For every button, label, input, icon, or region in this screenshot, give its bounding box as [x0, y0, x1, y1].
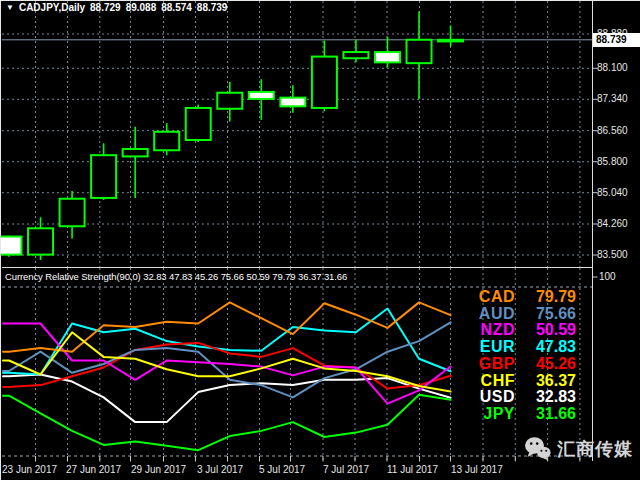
chart-dropdown-icon[interactable]: ▼: [6, 3, 14, 13]
watermark: 汇商传媒: [524, 436, 633, 461]
time-axis-label: 13 Jul 2017: [451, 464, 503, 476]
legend-row-NZD: NZD50.59: [472, 322, 576, 337]
time-axis-label: 3 Jul 2017: [197, 464, 243, 476]
price-axis-label: 88.100: [597, 62, 628, 74]
legend-currency-value: 47.83: [515, 339, 576, 354]
legend-currency-value: 36.37: [515, 373, 576, 388]
candle-body-bear: [249, 92, 274, 99]
candle-body-bull: [217, 93, 242, 109]
current-price-value: 88.739: [596, 34, 627, 45]
candle-body-bull: [154, 132, 179, 150]
candle-body-bull: [123, 149, 148, 156]
legend-currency-code: NZD: [472, 322, 515, 337]
legend-currency-code: CAD: [472, 289, 515, 304]
crs-line-JPY: [3, 395, 451, 450]
time-axis-label: 29 Jun 2017: [131, 464, 186, 476]
mt4-chart-window: ▼ CADJPY,Daily 88.729 89.088 88.574 88.7…: [0, 0, 640, 480]
legend-currency-code: EUR: [472, 339, 515, 354]
candle-body-bull: [312, 57, 337, 108]
time-axis-label: 5 Jul 2017: [259, 464, 305, 476]
legend-currency-code: GBP: [472, 356, 515, 371]
price-axis-label: 83.500: [597, 249, 628, 261]
candle-body-bull: [407, 40, 432, 63]
time-axis-label: 7 Jul 2017: [323, 464, 369, 476]
indicator-scale-100-label: 100: [599, 271, 616, 283]
price-axis-label: 86.560: [597, 125, 628, 137]
candle-body-bull: [438, 40, 463, 42]
legend-row-EUR: EUR47.83: [472, 339, 576, 354]
legend-currency-code: JPY: [472, 406, 515, 421]
legend-row-AUD: AUD75.66: [472, 306, 576, 321]
legend-currency-value: 75.66: [515, 306, 576, 321]
indicator-header: Currency Relative Strength(90,0) 32.83 4…: [5, 271, 347, 282]
legend-currency-value: 79.79: [515, 289, 576, 304]
candle-body-bear: [280, 98, 305, 107]
candle-body-bull: [91, 155, 116, 198]
legend-row-CAD: CAD79.79: [472, 289, 576, 304]
candle-body-bear: [375, 52, 400, 62]
legend-currency-value: 45.26: [515, 356, 576, 371]
legend-currency-value: 31.66: [515, 406, 576, 421]
chart-title-bar: ▼ CADJPY,Daily 88.729 89.088 88.574 88.7…: [6, 2, 227, 13]
time-axis-label: 27 Jun 2017: [66, 464, 121, 476]
price-axis-label: 84.260: [597, 218, 628, 230]
candle-body-bull: [343, 52, 368, 58]
price-axis[interactable]: 88.88088.10087.34086.56085.80085.04084.2…: [592, 0, 640, 462]
indicator-name: Currency Relative Strength(90,0): [5, 271, 141, 282]
price-axis-label: 85.040: [597, 187, 628, 199]
ohlc-high: 89.088: [126, 2, 157, 13]
candle-body-bull: [60, 199, 85, 227]
legend-currency-value: 50.59: [515, 322, 576, 337]
indicator-values: 32.83 47.83 45.26 75.66 50.59 79.79 36.3…: [143, 271, 347, 282]
symbol-period-label: CADJPY,Daily: [19, 2, 85, 13]
price-axis-label: 85.800: [597, 156, 628, 168]
ohlc-open: 88.729: [90, 2, 121, 13]
legend-currency-code: AUD: [472, 306, 515, 321]
time-axis-label: 11 Jul 2017: [387, 464, 438, 476]
wechat-logo-icon: [524, 436, 551, 461]
time-axis[interactable]: 23 Jun 201727 Jun 201729 Jun 20173 Jul 2…: [0, 462, 640, 480]
legend-row-USD: USD32.83: [472, 389, 576, 404]
price-axis-label: 87.340: [597, 93, 628, 105]
current-price-box: 88.739: [593, 33, 640, 47]
legend-currency-code: CHF: [472, 373, 515, 388]
ohlc-close: 88.739: [197, 2, 228, 13]
legend-row-JPY: JPY31.66: [472, 406, 576, 421]
crs-line-CHF: [3, 332, 451, 391]
candle-body-bull: [186, 108, 211, 140]
legend-row-GBP: GBP45.26: [472, 356, 576, 371]
watermark-text: 汇商传媒: [557, 437, 633, 461]
legend-currency-value: 32.83: [515, 389, 576, 404]
time-axis-label: 23 Jun 2017: [2, 464, 57, 476]
ohlc-low: 88.574: [161, 2, 192, 13]
candle-body-bear: [0, 237, 22, 255]
candle-body-bull: [28, 228, 53, 254]
legend-row-CHF: CHF36.37: [472, 373, 576, 388]
legend-currency-code: USD: [472, 389, 515, 404]
